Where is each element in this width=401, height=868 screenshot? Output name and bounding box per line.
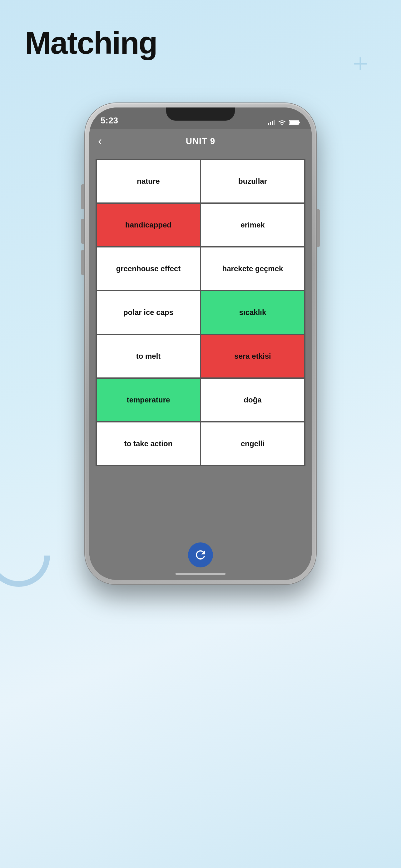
card-doga[interactable]: doğa <box>201 378 305 422</box>
svg-rect-3 <box>274 120 275 125</box>
card-temperature[interactable]: temperature <box>96 378 201 422</box>
card-sicaklik[interactable]: sıcaklık <box>201 290 305 334</box>
nav-bar: ‹ UNIT 9 <box>89 129 312 154</box>
card-engelli[interactable]: engelli <box>201 422 305 466</box>
card-text-erimek: erimek <box>240 220 265 230</box>
card-text-harekete-gecmek: harekete geçmek <box>222 264 283 273</box>
card-handicapped[interactable]: handicapped <box>96 203 201 247</box>
svg-rect-0 <box>268 123 269 125</box>
card-text-to-melt: to melt <box>136 351 161 361</box>
card-greenhouse-effect[interactable]: greenhouse effect <box>96 247 201 290</box>
refresh-icon <box>194 548 207 562</box>
refresh-button[interactable] <box>188 542 213 567</box>
card-text-to-take-action: to take action <box>124 439 173 448</box>
page-title: Matching <box>25 25 157 61</box>
status-time: 5:23 <box>101 116 118 126</box>
content-area: nature buzullar handicapped erimek green… <box>89 154 312 580</box>
nav-title: UNIT 9 <box>186 136 215 146</box>
card-text-greenhouse-effect: greenhouse effect <box>116 264 181 273</box>
phone-device: 5:23 <box>85 103 316 584</box>
svg-rect-2 <box>272 121 273 125</box>
card-harekete-gecmek[interactable]: harekete geçmek <box>201 247 305 290</box>
card-text-buzullar: buzullar <box>238 176 267 186</box>
card-text-temperature: temperature <box>127 395 170 405</box>
phone-screen: 5:23 <box>89 107 312 580</box>
phone-notch <box>166 107 235 121</box>
card-to-melt[interactable]: to melt <box>96 334 201 378</box>
svg-rect-1 <box>270 122 271 125</box>
card-text-sicaklik: sıcaklık <box>239 307 266 317</box>
svg-rect-6 <box>299 122 300 123</box>
battery-icon <box>289 120 300 125</box>
card-text-sera-etkisi: sera etkisi <box>234 351 271 361</box>
cards-grid: nature buzullar handicapped erimek green… <box>96 159 305 466</box>
card-text-handicapped: handicapped <box>125 220 171 230</box>
card-polar-ice-caps[interactable]: polar ice caps <box>96 290 201 334</box>
bg-deco-arc <box>0 524 50 587</box>
status-icons <box>268 119 300 126</box>
wifi-icon <box>278 119 286 126</box>
card-erimek[interactable]: erimek <box>201 203 305 247</box>
card-to-take-action[interactable]: to take action <box>96 422 201 466</box>
card-text-nature: nature <box>137 176 160 186</box>
card-sera-etkisi[interactable]: sera etkisi <box>201 334 305 378</box>
signal-icon <box>268 120 275 125</box>
phone-frame: 5:23 <box>85 103 316 584</box>
svg-point-4 <box>281 124 282 125</box>
card-text-doga: doğa <box>244 395 261 405</box>
card-text-polar-ice-caps: polar ice caps <box>123 307 173 317</box>
svg-rect-7 <box>290 121 298 124</box>
back-button[interactable]: ‹ <box>98 135 102 148</box>
home-indicator <box>175 573 226 575</box>
card-buzullar[interactable]: buzullar <box>201 159 305 203</box>
bg-deco-plus-icon: ＋ <box>348 50 373 75</box>
card-nature[interactable]: nature <box>96 159 201 203</box>
card-text-engelli: engelli <box>241 439 265 448</box>
